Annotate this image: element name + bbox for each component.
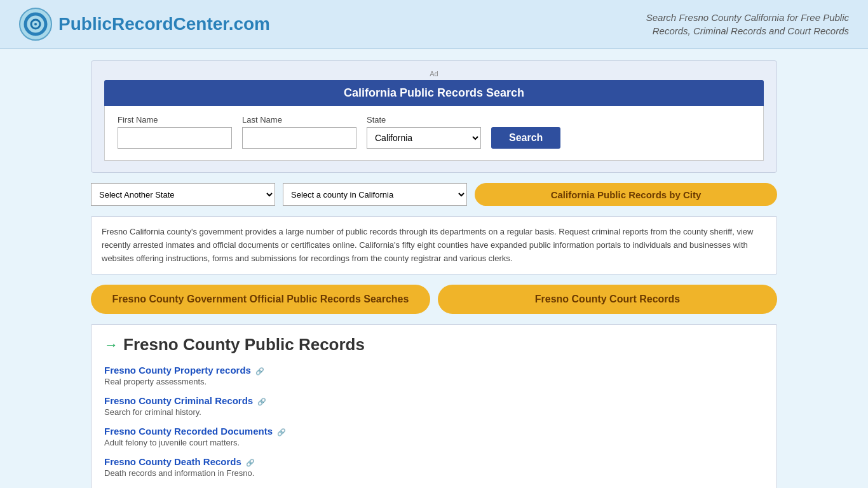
external-link-icon: 🔗 xyxy=(277,428,286,436)
logo-text: PublicRecordCenter.com xyxy=(58,14,270,34)
header-tagline: Search Fresno County California for Free… xyxy=(607,11,849,37)
site-header: PublicRecordCenter.com Search Fresno Cou… xyxy=(0,0,868,49)
external-link-icon: 🔗 xyxy=(257,398,266,405)
search-form: First Name Last Name State California Se… xyxy=(104,106,764,161)
description-box: Fresno California county's government pr… xyxy=(91,216,777,274)
search-button[interactable]: Search xyxy=(491,127,560,149)
logo-area: PublicRecordCenter.com xyxy=(19,8,270,41)
state-selector[interactable]: Select Another State xyxy=(91,183,275,206)
recorded-documents-desc: Adult felony to juvenile court matters. xyxy=(104,438,764,447)
first-name-label: First Name xyxy=(118,115,232,125)
state-label: State xyxy=(367,115,481,125)
last-name-input[interactable] xyxy=(242,127,356,149)
property-records-link[interactable]: Fresno County Property records xyxy=(104,365,251,376)
external-link-icon: 🔗 xyxy=(246,459,255,466)
death-records-desc: Death records and information in Fresno. xyxy=(104,468,764,478)
ad-search-box: Ad California Public Records Search Firs… xyxy=(91,60,777,173)
criminal-records-desc: Search for criminal history. xyxy=(104,407,764,417)
list-item: Fresno County Death Records 🔗 Death reco… xyxy=(104,456,764,478)
last-name-label: Last Name xyxy=(242,115,356,125)
records-section: → Fresno County Public Records Fresno Co… xyxy=(91,324,777,488)
criminal-records-link[interactable]: Fresno County Criminal Records xyxy=(104,395,253,406)
description-text: Fresno California county's government pr… xyxy=(102,227,753,263)
state-select[interactable]: California xyxy=(367,127,481,149)
selector-row: Select Another State Select a county in … xyxy=(91,183,777,206)
state-group: State California xyxy=(367,115,481,149)
first-name-group: First Name xyxy=(118,115,232,149)
recorded-documents-link[interactable]: Fresno County Recorded Documents xyxy=(104,426,273,437)
svg-point-3 xyxy=(34,23,37,25)
logo-icon xyxy=(19,8,52,41)
form-row: First Name Last Name State California Se… xyxy=(118,115,750,149)
last-name-group: Last Name xyxy=(242,115,356,149)
court-records-button[interactable]: Fresno County Court Records xyxy=(438,285,777,314)
city-records-button[interactable]: California Public Records by City xyxy=(475,183,777,206)
county-selector[interactable]: Select a county in California xyxy=(283,183,467,206)
records-title: → Fresno County Public Records xyxy=(104,335,764,355)
death-records-link[interactable]: Fresno County Death Records xyxy=(104,456,241,467)
external-link-icon: 🔗 xyxy=(255,367,264,375)
search-box-title: California Public Records Search xyxy=(104,80,764,106)
main-content: Ad California Public Records Search Firs… xyxy=(85,60,783,488)
big-btn-row: Fresno County Government Official Public… xyxy=(91,285,777,314)
records-title-text: Fresno County Public Records xyxy=(123,335,365,355)
ad-label: Ad xyxy=(104,70,764,78)
list-item: Fresno County Criminal Records 🔗 Search … xyxy=(104,395,764,417)
property-records-desc: Real property assessments. xyxy=(104,377,764,386)
arrow-icon: → xyxy=(104,337,118,353)
government-records-button[interactable]: Fresno County Government Official Public… xyxy=(91,285,430,314)
list-item: Fresno County Recorded Documents 🔗 Adult… xyxy=(104,426,764,447)
list-item: Fresno County Property records 🔗 Real pr… xyxy=(104,365,764,386)
first-name-input[interactable] xyxy=(118,127,232,149)
